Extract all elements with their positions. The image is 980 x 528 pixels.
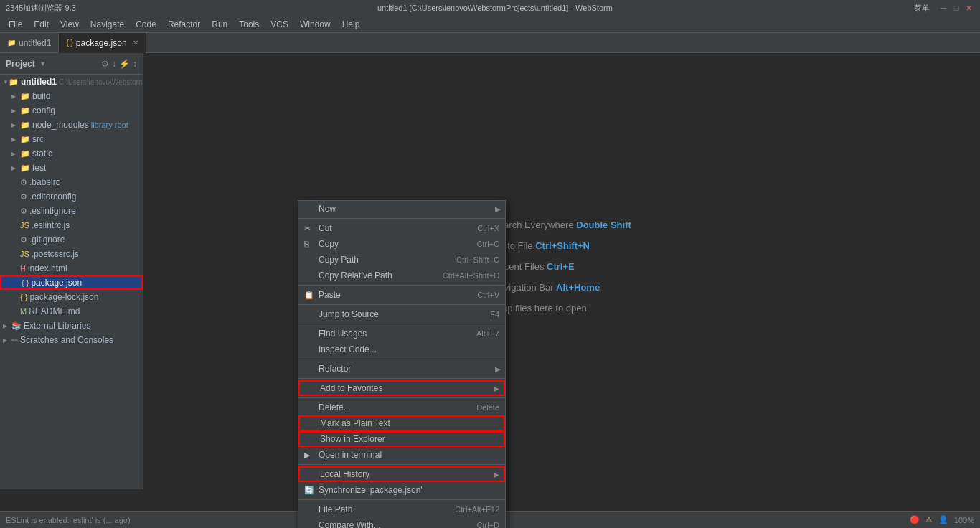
tree-root[interactable]: ▼ 📁 untitled1 C:\Users\lenovo\WebstormPr… xyxy=(0,75,143,89)
package-lock-label: package-lock.json xyxy=(29,292,98,302)
ctx-copy-relative-shortcut: Ctrl+Alt+Shift+C xyxy=(443,271,499,280)
tree-item-test[interactable]: ▶ 📁 test xyxy=(0,161,143,175)
ctx-copy-path[interactable]: Copy Path Ctrl+Shift+C xyxy=(298,252,505,268)
tree-item-editorconfig[interactable]: ⚙ .editorconfig xyxy=(0,189,143,204)
project-scroll-icon[interactable]: ↓ xyxy=(112,59,116,69)
scratches-icon: ✏ xyxy=(11,336,18,345)
status-text: ESLint is enabled: 'eslint' is (... ago) xyxy=(6,516,131,524)
tab-close-icon[interactable]: ✕ xyxy=(133,39,138,47)
project-sort-icon[interactable]: ↕ xyxy=(133,59,137,69)
project-header-icons: ⚙ ↓ ⚡ ↕ xyxy=(101,59,137,69)
package-json-icon: { } xyxy=(22,278,29,287)
menu-code[interactable]: Code xyxy=(130,18,162,31)
menu-vcs[interactable]: VCS xyxy=(265,18,294,31)
menu-edit[interactable]: Edit xyxy=(28,18,55,31)
menu-navigate[interactable]: Navigate xyxy=(85,18,130,31)
ctx-paste[interactable]: 📋 Paste Ctrl+V xyxy=(298,287,505,303)
status-zoom: 100% xyxy=(954,516,974,524)
ctx-copy[interactable]: ⎘ Copy Ctrl+C xyxy=(298,236,505,252)
tree-item-node-modules[interactable]: ▶ 📁 node_modules library root xyxy=(0,118,143,132)
tree-item-static[interactable]: ▶ 📁 static xyxy=(0,146,143,161)
status-bar-right: 🔴 ⚠ 👤 100% xyxy=(910,515,974,524)
eslintrc-icon: JS xyxy=(20,221,29,230)
tree-item-eslintignore[interactable]: ⚙ .eslintignore xyxy=(0,204,143,218)
ctx-sync-label: Synchronize 'package.json' xyxy=(319,485,423,495)
ctx-open-terminal[interactable]: ▶ Open in terminal xyxy=(298,447,505,463)
ctx-jump-to-source[interactable]: Jump to Source F4 xyxy=(298,306,505,322)
hint-goto-file: Go to File Ctrl+Shift+N xyxy=(492,240,631,251)
ctx-new[interactable]: New ▶ xyxy=(298,201,505,217)
tree-item-scratches[interactable]: ▶ ✏ Scratches and Consoles xyxy=(0,333,143,347)
project-dropdown-icon[interactable]: ▼ xyxy=(39,60,47,67)
menu-view[interactable]: View xyxy=(55,18,85,31)
tree-item-external-libraries[interactable]: ▶ 📚 External Libraries xyxy=(0,319,143,333)
tree-item-package-lock[interactable]: { } package-lock.json xyxy=(0,290,143,304)
ctx-sync-icon: 🔄 xyxy=(304,486,314,495)
ctx-copy-shortcut: Ctrl+C xyxy=(477,240,499,248)
ctx-sep-2 xyxy=(298,285,505,286)
ctx-refactor[interactable]: Refactor ▶ xyxy=(298,361,505,377)
minimize-button[interactable]: ─ xyxy=(938,3,948,13)
ctx-find-usages[interactable]: Find Usages Alt+F7 xyxy=(298,326,505,341)
menu-run[interactable]: Run xyxy=(206,18,233,31)
hint-recent-key: Ctrl+E xyxy=(547,261,575,272)
readme-icon: M xyxy=(20,307,27,316)
config-folder-icon: 📁 xyxy=(20,106,30,116)
browser-title: 2345加速浏览器 9.3 xyxy=(6,3,76,14)
ctx-local-history[interactable]: Local History ▶ xyxy=(298,466,505,482)
maximize-button[interactable]: □ xyxy=(951,3,961,13)
project-expand-icon[interactable]: ⚡ xyxy=(119,59,130,69)
tree-item-babelrc[interactable]: ⚙ .babelrc xyxy=(0,175,143,189)
tree-item-readme[interactable]: M README.md xyxy=(0,304,143,319)
ctx-copy-icon: ⎘ xyxy=(304,240,309,248)
hint-nav-bar: Navigation Bar Alt+Home xyxy=(492,282,631,293)
menu-window[interactable]: Window xyxy=(294,18,336,31)
config-arrow: ▶ xyxy=(11,108,20,114)
project-settings-icon[interactable]: ⚙ xyxy=(101,59,109,69)
tree-item-eslintrc[interactable]: JS .eslintrc.js xyxy=(0,218,143,232)
ctx-sep-8 xyxy=(298,464,505,465)
ctx-cut[interactable]: ✂ Cut Ctrl+X xyxy=(298,220,505,236)
title-bar: 2345加速浏览器 9.3 untitled1 [C:\Users\lenovo… xyxy=(0,0,980,16)
ctx-refactor-arrow: ▶ xyxy=(495,365,501,373)
ctx-synchronize[interactable]: 🔄 Synchronize 'package.json' xyxy=(298,482,505,498)
ctx-compare-with[interactable]: Compare With... Ctrl+D xyxy=(298,517,505,528)
ctx-delete[interactable]: Delete... Delete xyxy=(298,400,505,415)
ctx-favorites-arrow: ▶ xyxy=(494,385,499,392)
tab-package-json[interactable]: { } package.json ✕ xyxy=(59,33,146,53)
tree-item-postcssrc[interactable]: JS .postcssrc.js xyxy=(0,247,143,261)
test-folder-icon: 📁 xyxy=(20,164,30,173)
package-json-label: package.json xyxy=(31,278,82,288)
tab-json-icon: { } xyxy=(66,39,72,47)
menu-tools[interactable]: Tools xyxy=(233,18,265,31)
tree-item-src[interactable]: ▶ 📁 src xyxy=(0,132,143,146)
hint-recent-files: Recent Files Ctrl+E xyxy=(492,261,631,272)
src-folder-icon: 📁 xyxy=(20,135,30,144)
ctx-show-explorer[interactable]: Show in Explorer xyxy=(298,431,505,447)
project-toolbar: Project ▼ ⚙ ↓ ⚡ ↕ xyxy=(0,53,143,75)
build-folder-icon: 📁 xyxy=(20,92,30,101)
tree-item-package-json[interactable]: { } package.json xyxy=(0,275,143,290)
menu-help[interactable]: Help xyxy=(336,18,366,31)
ctx-sep-1 xyxy=(298,218,505,219)
menu-file[interactable]: File xyxy=(3,18,28,31)
ext-lib-label: External Libraries xyxy=(24,321,90,331)
ctx-add-favorites[interactable]: Add to Favorites ▶ xyxy=(298,380,505,396)
ctx-inspect-code[interactable]: Inspect Code... xyxy=(298,341,505,357)
close-button[interactable]: ✕ xyxy=(964,3,974,13)
ctx-copy-relative-path[interactable]: Copy Relative Path Ctrl+Alt+Shift+C xyxy=(298,268,505,283)
hint-drop-files: Drop files here to open xyxy=(492,303,631,314)
tree-item-gitignore[interactable]: ⚙ .gitignore xyxy=(0,232,143,247)
tab-untitled1[interactable]: 📁 untitled1 xyxy=(0,33,59,53)
ctx-delete-shortcut: Delete xyxy=(476,403,499,412)
build-label: build xyxy=(32,91,50,101)
tree-item-build[interactable]: ▶ 📁 build xyxy=(0,89,143,103)
ctx-file-path[interactable]: File Path Ctrl+Alt+F12 xyxy=(298,501,505,517)
tree-item-index-html[interactable]: H index.html xyxy=(0,261,143,275)
menu-refactor[interactable]: Refactor xyxy=(162,18,206,31)
tree-item-config[interactable]: ▶ 📁 config xyxy=(0,103,143,118)
project-label: Project xyxy=(6,59,35,69)
babelrc-icon: ⚙ xyxy=(20,178,27,187)
ctx-mark-plain-text[interactable]: Mark as Plain Text xyxy=(298,415,505,431)
editor-hints: Search Everywhere Double Shift Go to Fil… xyxy=(492,220,631,324)
